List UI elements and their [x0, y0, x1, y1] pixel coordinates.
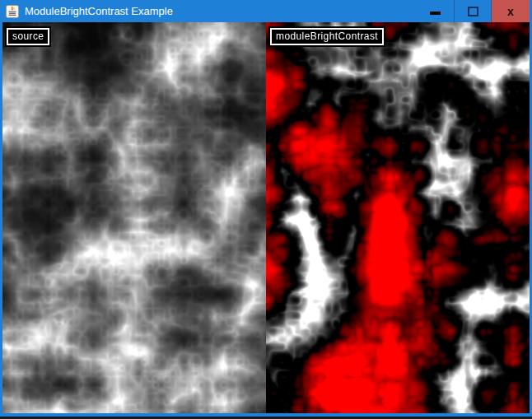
close-button[interactable]: x: [492, 0, 530, 22]
source-panel: source: [2, 22, 266, 413]
modulebrightcontrast-image: [266, 22, 530, 413]
app-window: ModuleBrightContrast Example x source mo…: [0, 0, 532, 419]
source-image: [2, 22, 266, 413]
titlebar[interactable]: ModuleBrightContrast Example x: [0, 0, 532, 22]
minimize-button[interactable]: [416, 0, 454, 22]
maximize-icon: [468, 7, 478, 16]
modulebrightcontrast-label: moduleBrightContrast: [270, 28, 384, 45]
java-coffee-icon: [6, 5, 19, 18]
maximize-button[interactable]: [455, 0, 491, 22]
source-label: source: [7, 28, 49, 45]
close-icon: x: [507, 6, 514, 17]
modulebrightcontrast-panel: moduleBrightContrast: [266, 22, 530, 413]
minimize-icon: [430, 12, 441, 15]
window-title: ModuleBrightContrast Example: [25, 5, 173, 17]
content-area: source moduleBrightContrast: [2, 22, 530, 413]
window-controls: x: [416, 0, 530, 22]
